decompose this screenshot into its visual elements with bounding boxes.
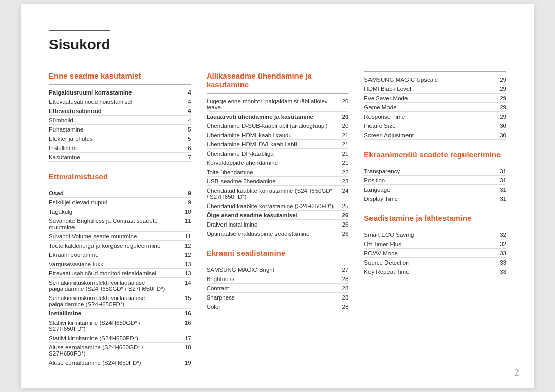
row-label: Transparency (364, 168, 496, 174)
table-row: Vargusevastane lukk13 (49, 259, 191, 269)
row-number: 13 (181, 270, 191, 276)
row-number: 29 (496, 95, 506, 101)
row-number: 28 (338, 294, 348, 301)
row-number: 16 (181, 320, 191, 326)
row-number: 15 (181, 295, 191, 301)
row-number: 22 (338, 169, 348, 175)
row-number: 19 (181, 360, 191, 366)
table-row: Language31 (364, 185, 506, 194)
row-number: 33 (496, 250, 506, 256)
row-label: Aluse eemaldamine (S24H650GD* / S27H650F… (49, 344, 181, 357)
row-number: 24 (338, 188, 348, 194)
row-number: 20 (338, 123, 348, 129)
table-row: Ühendamine DP-kaabliga21 (207, 149, 349, 158)
row-label: SAMSUNG MAGIC Bright (207, 267, 339, 273)
row-number: 21 (338, 132, 348, 138)
row-number: 13 (181, 261, 191, 267)
row-number: 26 (338, 212, 348, 218)
table-row: Ettevaatusabinõud4 (49, 106, 191, 116)
row-label: Picture Size (364, 123, 496, 129)
section-divider (364, 163, 506, 163)
table-row: Ühendamine HDMI-DVI-kaabli abil21 (207, 140, 349, 149)
row-label: Seinakinnituskomplekti või lauaaluse pai… (49, 295, 181, 307)
table-row: Sümbolid4 (49, 116, 191, 125)
row-number: 20 (338, 98, 348, 104)
row-label: Ekraani pööramine (49, 252, 181, 258)
page: Sisukord Enne seadme kasutamistPaigaldus… (21, 4, 534, 388)
table-row: Ühendamine D-SUB-kaabli abil (analoogtüü… (207, 121, 349, 130)
row-label: Õige asend seadme kasutamisel (207, 212, 339, 218)
table-row: Osad9 (49, 189, 191, 198)
table-row: Puhastamine5 (49, 125, 191, 134)
table-row: Color28 (207, 302, 349, 311)
row-number: 26 (338, 221, 348, 228)
row-number: 14 (181, 279, 191, 286)
row-label: Key Repeat Time (364, 269, 496, 275)
table-row: Toote kaldenurga ja kõrguse reguleerimin… (49, 241, 191, 250)
table-row: Ekraani pööramine12 (49, 250, 191, 259)
row-number: 21 (338, 160, 348, 166)
row-label: Display Time (364, 196, 496, 202)
row-number: 28 (338, 285, 348, 291)
row-number: 30 (496, 132, 506, 138)
row-label: Installimine (49, 145, 181, 151)
table-row: Off Timer Plus32 (364, 239, 506, 249)
row-label: Ühendamine DP-kaabliga (207, 151, 339, 157)
table-row: USB-seadme ühendamine23 (207, 177, 349, 186)
table-row: Sharpness28 (207, 293, 349, 302)
row-label: HDMI Black Level (364, 86, 496, 92)
row-label: Kasutamine (49, 154, 181, 160)
table-row: HDMI Black Level29 (364, 84, 506, 94)
row-number: 29 (496, 86, 506, 92)
table-row: Lugege enne monitori paigaldamist läbi a… (207, 97, 349, 112)
row-number: 4 (181, 89, 191, 96)
row-number: 30 (496, 123, 506, 129)
row-label: Statiivi kinnitamine (S24H650GD* / S27H6… (49, 320, 181, 332)
row-label: Source Detection (364, 259, 496, 266)
table-row: Esiküljel olevad nupud9 (49, 198, 191, 207)
row-label: Optimaalse eraldusvõime seadistamine (207, 231, 339, 237)
row-label: Kõrvaklappide ühendamine (207, 160, 339, 166)
row-label: Game Mode (364, 104, 496, 110)
row-number: 25 (338, 203, 348, 209)
table-row: Statiivi kinnitamine (S24H650FD*)17 (49, 333, 191, 343)
row-number: 6 (181, 145, 191, 151)
row-label: PC/AV Mode (364, 250, 496, 256)
table-row: Suvandite Brightness ja Contrast seadete… (49, 216, 191, 232)
row-label: Seinakinnituskomplekti või lauaaluse pai… (49, 279, 181, 292)
row-number: 31 (496, 177, 506, 183)
row-number: 21 (338, 151, 348, 157)
column-3: SAMSUNG MAGIC Upscale29HDMI Black Level2… (364, 71, 506, 367)
table-row: Suvandi Volume seade muutmine11 (49, 232, 191, 241)
row-label: Vargusevastane lukk (49, 261, 181, 267)
table-row: Ettevaatusabinõud monitori teisaldamisel… (49, 269, 191, 278)
row-label: Sümbolid (49, 117, 181, 123)
section-divider (364, 227, 506, 227)
table-row: Kõrvaklappide ühendamine21 (207, 158, 349, 167)
row-number: 18 (181, 344, 191, 350)
row-label: Screen Adjustment (364, 132, 496, 138)
table-row: Seinakinnituskomplekti või lauaaluse pai… (49, 278, 191, 293)
table-row: Statiivi kinnitamine (S24H650GD* / S27H6… (49, 318, 191, 333)
row-number: 9 (181, 190, 191, 196)
row-label: Suvandi Volume seade muutmine (49, 233, 181, 239)
row-label: Elekter ja ohutus (49, 136, 181, 142)
row-label: Color (207, 304, 339, 310)
row-label: Response Time (364, 114, 496, 120)
row-number: 20 (338, 114, 348, 120)
row-number: 5 (181, 136, 191, 142)
row-label: Lauaarvuti ühendamine ja kasutamine (207, 114, 339, 120)
section-divider (207, 93, 349, 94)
row-label: Toote kaldenurga ja kõrguse reguleerimin… (49, 242, 181, 249)
table-row: SAMSUNG MAGIC Upscale29 (364, 75, 506, 84)
table-row: Elekter ja ohutus5 (49, 134, 191, 143)
page-title: Sisukord (49, 30, 110, 56)
row-number: 31 (496, 196, 506, 202)
row-number: 28 (338, 304, 348, 310)
row-number: 10 (181, 209, 191, 215)
table-row: Optimaalse eraldusvõime seadistamine26 (207, 229, 349, 238)
row-number: 4 (181, 99, 191, 105)
row-label: Sharpness (207, 294, 339, 301)
row-number: 32 (496, 232, 506, 238)
row-number: 11 (181, 218, 191, 224)
